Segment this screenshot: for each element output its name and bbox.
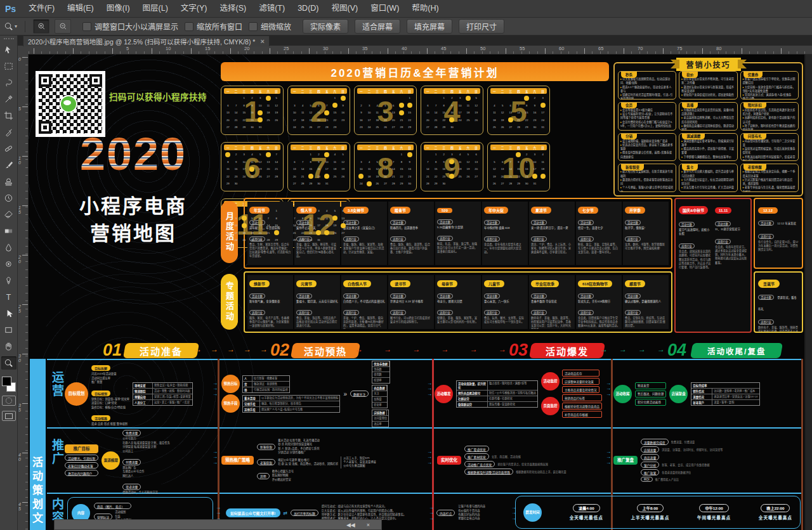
- festival-pill: 12.12: [758, 207, 778, 214]
- menu-item[interactable]: 视图(V): [325, 4, 365, 13]
- span: 四: [251, 146, 254, 150]
- shape-tool[interactable]: [1, 323, 16, 337]
- map-bar: 主推商品流量及转化情况: [562, 386, 599, 393]
- i: 11: [248, 158, 256, 166]
- menu-item[interactable]: 滤镜(T): [252, 4, 291, 13]
- type-tool[interactable]: T: [1, 290, 16, 304]
- menu-item[interactable]: 文字(Y): [174, 4, 214, 13]
- menu-item[interactable]: 3D(D): [291, 4, 325, 13]
- tab-close-icon[interactable]: ×: [260, 37, 264, 45]
- tip-line: ▸错峰定时开抢灵活设置限时/限量，引流+引发饥饿营销: [620, 93, 674, 100]
- checkbox-box[interactable]: [249, 22, 258, 31]
- b: ▸: [743, 178, 744, 181]
- span: 六: [267, 146, 270, 150]
- tagpill: 活动主题: [715, 221, 731, 226]
- collapsed-panel-bar[interactable]: ◀◀ ×: [54, 519, 382, 530]
- zoom-in-toggle[interactable]: [33, 19, 49, 34]
- i: 21: [265, 229, 273, 237]
- screen-mode-button[interactable]: [2, 411, 16, 421]
- quick-mask-button[interactable]: [2, 396, 16, 406]
- checkbox-调整窗口大小以满屏显示[interactable]: 调整窗口大小以满屏显示: [82, 21, 178, 32]
- menu-item[interactable]: 文件(F): [22, 4, 61, 13]
- i: 16: [523, 165, 531, 173]
- pen-tool[interactable]: [1, 274, 16, 287]
- festival-pill: 儿童节: [484, 280, 504, 287]
- move-tool[interactable]: [1, 43, 16, 56]
- tip-line: ▸好友互赠卡片引导社交传播，扩大活动声量: [681, 186, 735, 190]
- map-node: 群发时间: [523, 503, 542, 522]
- ruler-mark: 75: [677, 46, 682, 51]
- dodge-tool[interactable]: [1, 257, 16, 271]
- map-line: 推广预算: [91, 380, 129, 384]
- activity-card: 读书节活动主题世界读书日 '4.23' 好书推荐适用行业图书行业，可以把此节打造…: [388, 275, 434, 329]
- button-适合屏幕[interactable]: 适合屏幕: [355, 19, 400, 34]
- span: 二: [235, 146, 238, 150]
- trow: 蓄水活动以羊群效应为活动预热造势，为每个不同关注点不断丰富预热物料: [243, 396, 339, 401]
- button-实际像素[interactable]: 实际像素: [303, 19, 348, 34]
- tc: 短信 / 公众号模板消息 / 导购号私信触达: [488, 391, 537, 396]
- menu-item[interactable]: 图层(L): [136, 4, 174, 13]
- checkbox-缩放所有窗口[interactable]: 缩放所有窗口: [185, 21, 242, 32]
- blur-tool[interactable]: [1, 241, 16, 254]
- time-slot: 中午12:00午间曝光最高点: [697, 504, 731, 520]
- tc: 以羊群效应为活动预热造势，为每个不同关注点不断丰富预热物料: [260, 396, 339, 401]
- menu-item[interactable]: 窗口(W): [364, 4, 405, 13]
- i: [315, 94, 323, 102]
- hl: 1: [514, 151, 523, 158]
- button-填充屏幕[interactable]: 填充屏幕: [407, 19, 452, 34]
- map-table: 目标完成率销售情况访问数 / 复购率 / 毛利率 / 推广成本流量情况退款退货比…: [691, 382, 759, 406]
- path-select-tool[interactable]: [1, 307, 16, 320]
- trow: 关注: [372, 391, 387, 397]
- marquee-tool[interactable]: [1, 60, 16, 73]
- magic-wand-tool[interactable]: [1, 93, 16, 106]
- zoom-tool-icon[interactable]: ▾: [4, 22, 17, 31]
- hand-tool[interactable]: [1, 340, 16, 353]
- button-打印尺寸[interactable]: 打印尺寸: [459, 19, 504, 34]
- menu-item[interactable]: 选择(S): [214, 4, 253, 13]
- b: ▸: [620, 108, 622, 112]
- gradient-tool[interactable]: [1, 224, 16, 238]
- healing-brush-tool[interactable]: [1, 142, 16, 155]
- span: 日: [475, 146, 478, 150]
- i: 19: [472, 109, 480, 117]
- i: 4: [18, 502, 21, 507]
- document-tab[interactable]: 2020小程序电商营销地图.jpg @ 12.5% (扫码可以获得小程序扶持, …: [23, 36, 270, 46]
- foreground-color[interactable]: [2, 377, 11, 386]
- zoom-tool[interactable]: [1, 356, 16, 370]
- i: 30: [531, 124, 539, 131]
- lasso-tool[interactable]: [1, 76, 16, 89]
- clone-stamp-tool[interactable]: [1, 175, 16, 188]
- checkbox-box[interactable]: [82, 22, 91, 31]
- palette-grip[interactable]: [4, 38, 14, 39]
- menu-item[interactable]: 帮助(H): [405, 4, 445, 13]
- hl: 22: [272, 229, 280, 237]
- checkbox-box[interactable]: [185, 22, 193, 31]
- color-swatches[interactable]: [2, 377, 16, 392]
- map-node: 预热目标: [221, 375, 240, 393]
- brush-tool[interactable]: [1, 158, 16, 172]
- history-brush-tool[interactable]: [1, 191, 16, 205]
- tip-line: ▸精选3-5个爆款直接特价，带动全店更多人参与: [620, 86, 674, 94]
- div: 活动主题: [625, 215, 667, 226]
- close-icon[interactable]: ×: [367, 522, 370, 528]
- i: 27: [499, 180, 507, 188]
- menu-item[interactable]: 图像(I): [100, 4, 136, 13]
- ps-logo-icon: Ps: [0, 4, 22, 14]
- eraser-tool[interactable]: [1, 208, 16, 221]
- eyedropper-tool[interactable]: [1, 126, 16, 139]
- map-line: 分销活动 分销传播推广: [278, 451, 320, 455]
- svg: [4, 210, 13, 219]
- mindmap-cell: 推广复盘流量数据完成度免费流量、付费流量店铺流量浏览量、访客量、访问时长、停留时…: [613, 432, 801, 488]
- i: 6: [499, 158, 507, 166]
- rewind-icon[interactable]: ◀◀: [346, 522, 355, 528]
- svg: [4, 325, 13, 335]
- colx: 唤起公众号菜单 图文/推行社 群 运 营 海报、商品降价、活动秒杀、团购打折: [278, 458, 338, 467]
- menu-item[interactable]: 编辑(E): [61, 4, 100, 13]
- b: ▸: [743, 86, 744, 89]
- zoom-out-toggle[interactable]: [55, 19, 71, 34]
- i: 4: [331, 151, 339, 158]
- checkbox-细微缩放[interactable]: 细微缩放: [249, 21, 291, 32]
- ruler-mark: 25: [284, 46, 289, 51]
- crop-tool[interactable]: [1, 109, 16, 122]
- map-pill: 活动曝光，引流拉新: [65, 455, 98, 461]
